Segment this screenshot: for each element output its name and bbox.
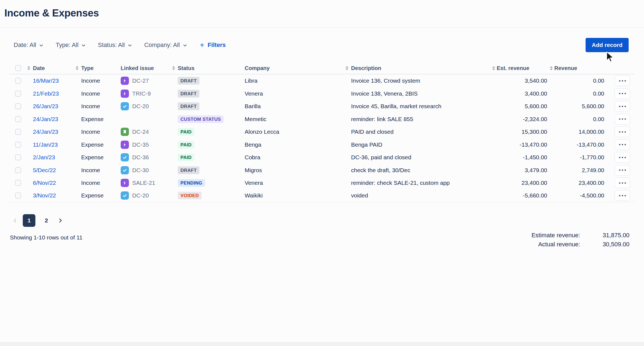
column-header-status[interactable]: Status bbox=[178, 65, 245, 71]
cell-revenue: 14,000.00 bbox=[550, 129, 606, 135]
row-checkbox[interactable] bbox=[15, 129, 21, 135]
row-checkbox[interactable] bbox=[15, 116, 21, 122]
table-header-row: Date Type Linked issue Status Company De… bbox=[9, 62, 635, 74]
cell-est-revenue: 3,400.00 bbox=[492, 90, 550, 97]
cell-revenue: 0.00 bbox=[550, 77, 606, 84]
row-checkbox[interactable] bbox=[15, 167, 21, 173]
cell-est-revenue: -1,450.00 bbox=[492, 154, 550, 161]
date-link[interactable]: 26/Jan/23 bbox=[33, 103, 58, 109]
cell-type: Income bbox=[81, 129, 121, 135]
issue-key: DC-35 bbox=[132, 141, 149, 148]
add-filters-button[interactable]: + Filters bbox=[200, 41, 226, 49]
column-header-date[interactable]: Date bbox=[33, 65, 81, 71]
row-checkbox[interactable] bbox=[15, 154, 21, 160]
column-header-company: Company bbox=[245, 65, 351, 71]
cell-revenue: 23,400.00 bbox=[550, 180, 606, 186]
cell-company: Venera bbox=[245, 90, 351, 97]
column-header-est-revenue[interactable]: Est. revenue bbox=[492, 65, 550, 71]
page-header: Income & Expenses bbox=[0, 0, 644, 27]
page-button-2[interactable]: 2 bbox=[40, 214, 53, 227]
mouse-cursor bbox=[605, 51, 615, 63]
table-row: 26/Jan/23 Income DC-20 DRAFT Barilla Inv… bbox=[9, 100, 635, 113]
row-checkbox[interactable] bbox=[15, 78, 21, 84]
page-title: Income & Expenses bbox=[4, 7, 644, 19]
actual-revenue-value: 30,509.00 bbox=[583, 240, 629, 249]
filter-date-label: Date: All bbox=[14, 41, 36, 49]
row-checkbox[interactable] bbox=[15, 91, 21, 97]
issue-key: DC-20 bbox=[132, 192, 149, 199]
row-checkbox[interactable] bbox=[15, 192, 21, 199]
cell-est-revenue: 15,300.00 bbox=[492, 129, 550, 135]
cell-revenue: -1,770.00 bbox=[550, 154, 606, 161]
estimate-revenue-label: Estimate revenue: bbox=[532, 231, 580, 240]
row-actions-button[interactable] bbox=[614, 152, 630, 163]
cell-revenue: 2,749.00 bbox=[550, 167, 606, 174]
row-actions-button[interactable] bbox=[614, 101, 630, 112]
row-actions-button[interactable] bbox=[614, 88, 630, 99]
date-link[interactable]: 24/Jan/23 bbox=[33, 129, 58, 135]
cell-est-revenue: -5,660.00 bbox=[492, 192, 550, 199]
filter-date[interactable]: Date: All bbox=[14, 41, 44, 49]
date-link[interactable]: 3/Nov/22 bbox=[33, 192, 56, 199]
cell-company: Alonzo Lecca bbox=[245, 129, 351, 135]
previous-page-button[interactable] bbox=[12, 217, 18, 224]
issue-key: TRIC-9 bbox=[132, 90, 151, 97]
row-checkbox[interactable] bbox=[15, 142, 21, 148]
cell-est-revenue: 3,540.00 bbox=[492, 77, 550, 84]
row-actions-button[interactable] bbox=[614, 114, 630, 125]
cell-description: reminder: link SALE 855 bbox=[351, 116, 492, 122]
pagination: 1 2 bbox=[12, 214, 644, 227]
status-badge: PENDING bbox=[178, 179, 205, 187]
table-row: 11/Jan/23 Expense DC-35 PAID Benga Benga… bbox=[9, 138, 635, 151]
cell-company: Benga bbox=[245, 141, 351, 148]
row-actions-button[interactable] bbox=[614, 165, 630, 176]
chevron-down-icon bbox=[81, 43, 86, 48]
row-actions-button[interactable] bbox=[614, 139, 630, 150]
date-link[interactable]: 6/Nov/22 bbox=[33, 180, 56, 186]
row-actions-button[interactable] bbox=[614, 177, 630, 188]
table-row: 3/Nov/22 Expense DC-20 VOIDED Waikiki vo… bbox=[9, 189, 635, 202]
cell-company: Cobra bbox=[245, 154, 351, 161]
issue-key: DC-24 bbox=[132, 129, 149, 135]
row-checkbox[interactable] bbox=[15, 103, 21, 109]
column-header-type[interactable]: Type bbox=[81, 65, 121, 71]
date-link[interactable]: 11/Jan/23 bbox=[33, 141, 58, 148]
status-badge: DRAFT bbox=[178, 77, 199, 85]
date-link[interactable]: 2/Jan/23 bbox=[33, 154, 55, 160]
cell-type: Income bbox=[81, 90, 121, 97]
row-actions-button[interactable] bbox=[614, 190, 630, 201]
status-badge: PAID bbox=[178, 154, 194, 161]
filter-company[interactable]: Company: All bbox=[144, 41, 187, 49]
add-record-button[interactable]: Add record bbox=[586, 38, 629, 52]
cell-est-revenue: 5,600.00 bbox=[492, 103, 550, 110]
row-checkbox[interactable] bbox=[15, 180, 21, 186]
issue-key: DC-20 bbox=[132, 103, 149, 110]
filter-company-label: Company: All bbox=[144, 41, 180, 49]
filter-type[interactable]: Type: All bbox=[56, 41, 86, 49]
select-all-checkbox[interactable] bbox=[15, 65, 21, 71]
column-header-description[interactable]: Description bbox=[351, 65, 492, 71]
issue-type-icon bbox=[121, 153, 129, 161]
date-link[interactable]: 5/Dec/22 bbox=[33, 167, 56, 173]
cell-linked-issue: TRIC-9 bbox=[121, 90, 178, 98]
row-actions-button[interactable] bbox=[614, 126, 630, 137]
status-badge: CUSTOM STATUS bbox=[178, 115, 224, 123]
chevron-left-icon bbox=[12, 218, 18, 223]
actual-revenue-label: Actual revenue: bbox=[532, 240, 580, 249]
next-page-button[interactable] bbox=[57, 217, 63, 224]
add-filters-label: Filters bbox=[208, 41, 226, 49]
row-actions-button[interactable] bbox=[614, 75, 630, 86]
column-header-revenue[interactable]: Revenue bbox=[550, 65, 606, 71]
status-badge: PAID bbox=[178, 141, 194, 149]
cell-type: Income bbox=[81, 103, 121, 110]
filter-status[interactable]: Status: All bbox=[98, 41, 132, 49]
cell-company: Memetic bbox=[245, 116, 351, 122]
date-link[interactable]: 16/Mar/23 bbox=[33, 77, 59, 84]
date-link[interactable]: 24/Jan/23 bbox=[33, 116, 58, 122]
sort-icon bbox=[76, 66, 78, 70]
issue-type-icon bbox=[121, 128, 129, 136]
cell-linked-issue: DC-24 bbox=[121, 128, 178, 136]
date-link[interactable]: 21/Feb/23 bbox=[33, 90, 59, 97]
page-button-1[interactable]: 1 bbox=[23, 214, 35, 227]
cell-est-revenue: 23,400.00 bbox=[492, 180, 550, 186]
